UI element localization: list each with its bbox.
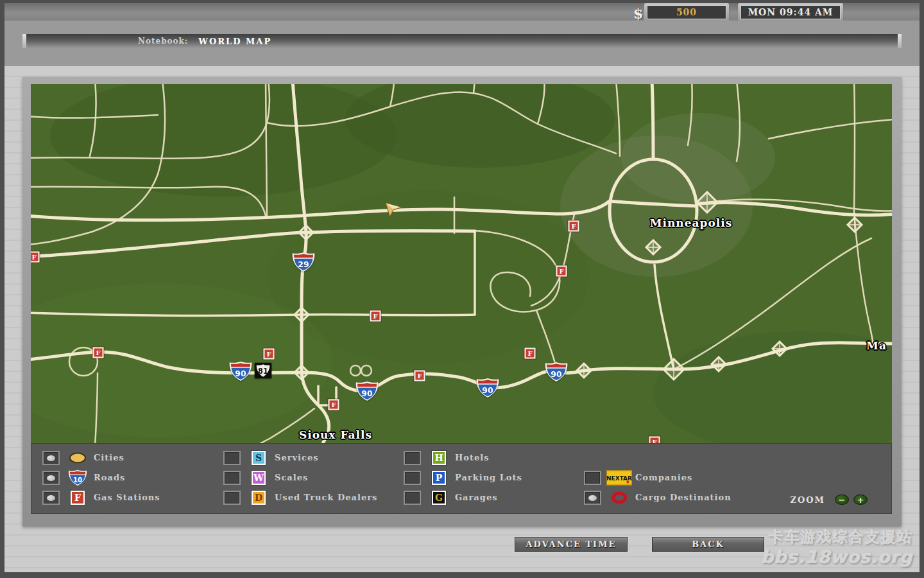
- interstate-shield-icon: 10: [68, 469, 88, 486]
- zoom-label: ZOOM: [790, 495, 825, 505]
- hotels-label: Hotels: [455, 453, 490, 462]
- roads-label: Roads: [94, 473, 125, 482]
- gas-station-marker: F: [569, 221, 579, 232]
- parking-lots-icon: P: [432, 471, 446, 485]
- scales-label: Scales: [275, 473, 308, 482]
- interstate-shield-90: 90: [355, 381, 379, 401]
- cities-checkbox[interactable]: [42, 451, 60, 465]
- hotels-icon: H: [432, 451, 446, 465]
- legend-item-services: S Services: [223, 450, 390, 466]
- cargo-destination-icon: [612, 492, 627, 504]
- city-icon: [69, 453, 86, 464]
- map-panel: FFFFFFFFFF 29 90 90 90 90 81MinneapolisS…: [22, 77, 902, 527]
- gas-station-marker: F: [415, 371, 425, 381]
- svg-text:90: 90: [361, 389, 373, 398]
- legend-item-gas-stations: F Gas Stations: [42, 490, 209, 505]
- used-truck-dealers-label: Used Truck Dealers: [275, 493, 377, 502]
- garages-icon: G: [432, 491, 446, 505]
- companies-nextar-icon: NEXTAR: [606, 471, 632, 486]
- parking-lots-checkbox[interactable]: [404, 471, 421, 485]
- city-label: Minneapolis: [650, 216, 733, 229]
- legend-column-3: H Hotels P Parking Lots G Garages: [404, 450, 570, 510]
- legend-item-parking-lots: P Parking Lots: [404, 470, 570, 486]
- zoom-control: ZOOM − +: [790, 495, 868, 505]
- services-label: Services: [275, 453, 319, 462]
- map-cursor-arrow: [384, 200, 402, 218]
- svg-text:90: 90: [235, 369, 246, 378]
- zoom-in-button[interactable]: +: [853, 495, 868, 505]
- map-marker-layer: FFFFFFFFFF 29 90 90 90 90 81MinneapolisS…: [31, 84, 892, 443]
- legend-item-companies: NEXTAR Companies: [584, 470, 751, 486]
- legend-item-used-truck-dealers: D Used Truck Dealers: [223, 490, 390, 505]
- gas-station-marker: F: [31, 252, 40, 263]
- game-window: $ 500 MON 09:44 AM Notebook: WORLD MAP: [0, 0, 924, 578]
- interstate-shield-90: 90: [475, 378, 500, 398]
- legend-item-hotels: H Hotels: [404, 450, 570, 466]
- page-title: WORLD MAP: [198, 37, 271, 46]
- companies-checkbox[interactable]: [584, 471, 601, 485]
- legend-item-scales: W Scales: [223, 470, 390, 486]
- interstate-shield-90: 90: [228, 361, 253, 381]
- gas-station-marker: F: [556, 266, 567, 277]
- gas-station-marker: F: [649, 437, 660, 444]
- legend-column-2: S Services W Scales D Used Truck Dealers: [223, 450, 390, 510]
- scales-checkbox[interactable]: [223, 471, 241, 485]
- roads-checkbox[interactable]: [42, 471, 60, 485]
- svg-text:90: 90: [551, 369, 562, 379]
- cargo-destination-checkbox[interactable]: [584, 491, 601, 505]
- zoom-out-button[interactable]: −: [835, 495, 849, 505]
- gas-station-icon: F: [71, 491, 85, 505]
- companies-label: Companies: [635, 473, 692, 482]
- gas-station-marker: F: [264, 349, 275, 360]
- us-route-shield-81: 81: [255, 363, 272, 379]
- svg-text:90: 90: [482, 385, 493, 395]
- datetime-display-bezel: MON 09:44 AM: [738, 3, 843, 21]
- notebook-label: Notebook:: [138, 37, 188, 46]
- parking-lots-label: Parking Lots: [455, 473, 522, 482]
- datetime-display: MON 09:44 AM: [740, 5, 841, 19]
- gas-station-marker: F: [329, 399, 339, 410]
- world-map[interactable]: FFFFFFFFFF 29 90 90 90 90 81MinneapolisS…: [31, 84, 892, 443]
- interstate-shield-90: 90: [544, 362, 569, 382]
- used-truck-dealers-icon: D: [252, 491, 266, 505]
- interstate-shield-29: 29: [291, 252, 316, 272]
- cities-label: Cities: [94, 453, 124, 462]
- legend-column-4: NEXTAR Companies Cargo Destination: [584, 450, 751, 510]
- gas-stations-label: Gas Stations: [94, 493, 160, 502]
- notebook-header-bar: Notebook: WORLD MAP: [22, 34, 902, 48]
- city-label: Ma: [866, 339, 887, 352]
- legend-column-1: Cities 10 Roads F Gas Stations: [42, 450, 209, 510]
- garages-checkbox[interactable]: [404, 491, 421, 505]
- city-label: Sioux Falls: [299, 428, 372, 441]
- dollar-icon: $: [633, 5, 643, 22]
- money-display-bezel: 500: [644, 3, 729, 21]
- cargo-destination-label: Cargo Destination: [635, 493, 732, 502]
- gas-stations-checkbox[interactable]: [42, 491, 60, 505]
- legend-item-garages: G Garages: [404, 490, 570, 505]
- legend-item-cities: Cities: [42, 450, 209, 466]
- money-display: 500: [647, 5, 726, 19]
- services-icon: S: [252, 451, 266, 465]
- gas-station-marker: F: [93, 347, 104, 358]
- advance-time-button[interactable]: ADVANCE TIME: [515, 537, 628, 552]
- svg-text:81: 81: [258, 367, 268, 376]
- svg-text:29: 29: [298, 259, 309, 269]
- services-checkbox[interactable]: [223, 451, 241, 465]
- garages-label: Garages: [455, 493, 497, 502]
- hotels-checkbox[interactable]: [404, 451, 421, 465]
- back-button[interactable]: BACK: [652, 537, 764, 552]
- svg-text:10: 10: [73, 477, 82, 484]
- used-truck-dealers-checkbox[interactable]: [223, 491, 241, 505]
- gas-station-marker: F: [525, 348, 536, 359]
- map-legend: Cities 10 Roads F Gas Stations S: [31, 443, 892, 514]
- gas-station-marker: F: [370, 311, 381, 322]
- scales-icon: W: [252, 471, 266, 485]
- legend-item-cargo-destination: Cargo Destination: [584, 490, 751, 505]
- legend-item-roads: 10 Roads: [42, 470, 209, 486]
